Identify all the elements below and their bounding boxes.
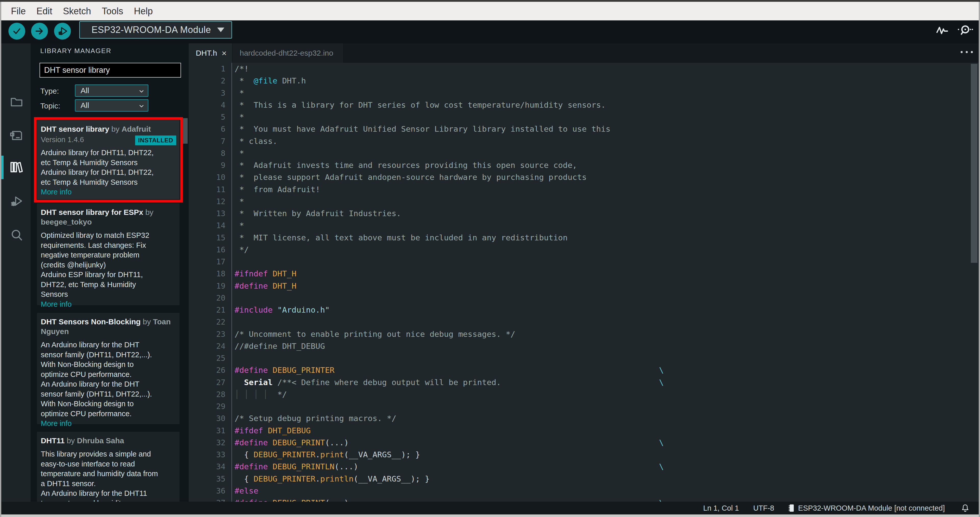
line-number: 12 (189, 195, 225, 207)
code-line: 33 { DEBUG_PRINTER.print(__VA_ARGS__); } (189, 448, 979, 461)
code-line: 28│ │ │ │ */ (189, 388, 979, 401)
code-line: 32#define DEBUG_PRINT(...)\ (189, 437, 979, 448)
line-number: 19 (189, 280, 225, 292)
line-number: 31 (189, 424, 225, 437)
menu-item-tools[interactable]: Tools (96, 2, 129, 21)
more-info-link[interactable]: More info (41, 418, 176, 428)
bug-play-icon (57, 26, 68, 37)
library-item-author: Dhruba Saha (77, 436, 124, 445)
menu-item-file[interactable]: File (6, 2, 31, 21)
line-number: 30 (189, 412, 225, 424)
code-line: 24//#define DHT_DEBUG (189, 340, 979, 352)
window-frame-bottom (0, 514, 980, 517)
code-line: 37#define DEBUG_PRINT(...)\ (189, 497, 979, 502)
menu-item-edit[interactable]: Edit (31, 2, 57, 21)
tab-hardcoded-dht22-esp32-ino[interactable]: hardcoded-dht22-esp32.ino (232, 43, 344, 63)
library-item-title: DHT sensor library for ESPx by beegee_to… (41, 207, 176, 227)
code-line: 1/*! (189, 63, 979, 75)
code-line: 25 (189, 352, 979, 364)
code-line: 26#define DEBUG_PRINTER\ (189, 364, 979, 376)
tab-label: DHT.h (189, 49, 221, 57)
menu-item-help[interactable]: Help (129, 2, 158, 21)
debug-sidebar-icon[interactable] (9, 194, 24, 209)
line-number: 9 (189, 159, 225, 171)
line-number: 3 (189, 87, 225, 99)
library-item[interactable]: DHT11 by Dhruba SahaThis library provide… (37, 432, 180, 502)
toolbar: ESP32-WROOM-DA Module (0, 21, 980, 43)
code-line: 12 * (189, 195, 979, 207)
code-line: 20 (189, 292, 979, 304)
serial-monitor-icon[interactable] (956, 24, 974, 37)
close-icon[interactable]: × (221, 48, 232, 58)
arrow-right-icon (34, 26, 45, 36)
code-line: 2 * @file DHT.h (189, 75, 979, 87)
more-info-link[interactable]: More info (41, 299, 176, 309)
board-selector-value: ESP32-WROOM-DA Module (80, 24, 211, 35)
line-continuation: \ (659, 437, 664, 448)
library-item[interactable]: DHT sensor library by AdafruitVersion 1.… (37, 120, 180, 199)
library-item-title: DHT Sensors Non-Blocking by Toan Nguyen (41, 317, 176, 336)
code-line: 36#else (189, 485, 979, 497)
library-manager-icon[interactable] (9, 160, 24, 174)
line-number: 21 (189, 304, 225, 316)
boards-manager-icon[interactable] (9, 128, 24, 143)
code-line: 8 * (189, 147, 979, 159)
code-editor[interactable]: 1/*!2 * @file DHT.h3 *4 * This is a libr… (189, 63, 979, 502)
line-number: 15 (189, 232, 225, 244)
list-scrollbar[interactable] (183, 118, 188, 144)
code-line: 11 * from Adafruit! (189, 184, 979, 195)
code-line: 30/* Setup debug printing macros. */ (189, 412, 979, 424)
code-line: 10 * please support Adafruit andopen-sou… (189, 171, 979, 183)
search-sidebar-icon[interactable] (9, 228, 24, 243)
line-number: 34 (189, 461, 225, 472)
code-line: 15 * MIT license, all text above must be… (189, 232, 979, 244)
library-item-description: An Arduino library for the DHTsensor fam… (41, 340, 176, 418)
status-bar: Ln 1, Col 1 UTF-8 ESP32-WROOM-DA Module … (0, 502, 980, 514)
code-line: 35 { DEBUG_PRINTER.println(__VA_ARGS__);… (189, 473, 979, 485)
tab-dht-h[interactable]: DHT.h× (189, 43, 232, 63)
line-number: 6 (189, 123, 225, 135)
code-line: 6 * You must have Adafruit Unified Senso… (189, 123, 979, 135)
bell-icon[interactable] (961, 503, 970, 513)
line-number: 22 (189, 316, 225, 328)
code-line: 3 * (189, 87, 979, 99)
code-line: 13 * Written by Adafruit Industries. (189, 207, 979, 219)
line-number: 18 (189, 268, 225, 280)
installed-badge: INSTALLED (135, 136, 176, 145)
menu-bar: FileEditSketchToolsHelp (0, 2, 980, 21)
board-selector-dropdown[interactable]: ESP32-WROOM-DA Module (79, 21, 232, 38)
editor-scrollbar[interactable] (971, 64, 977, 263)
cursor-position: Ln 1, Col 1 (703, 504, 739, 512)
code-line: 31#ifdef DHT_DEBUG (189, 424, 979, 437)
editor-tab-bar: DHT.h×hardcoded-dht22-esp32.ino (189, 43, 979, 63)
code-line: 18#ifndef DHT_H (189, 268, 979, 280)
upload-button[interactable] (31, 23, 48, 40)
serial-plotter-icon[interactable] (935, 24, 950, 36)
more-info-link[interactable]: More info (41, 187, 176, 197)
line-number: 1 (189, 63, 225, 75)
line-continuation: \ (659, 364, 664, 376)
library-item[interactable]: DHT sensor library for ESPx by beegee_to… (37, 203, 180, 305)
code-line: 27 Serial /**< Define where debug output… (189, 377, 979, 388)
code-line: 9 * Adafruit invests time and resources … (189, 159, 979, 171)
debug-button[interactable] (54, 23, 71, 40)
code-line: 23/* Uncomment to enable printing out ni… (189, 328, 979, 340)
verify-button[interactable] (8, 23, 25, 40)
library-item-title: DHT11 by Dhruba Saha (41, 436, 176, 445)
sketchbook-folder-icon[interactable] (9, 94, 24, 109)
activity-sidebar (1, 43, 30, 502)
library-item-description: Arduino library for DHT11, DHT22,etc Tem… (41, 148, 176, 187)
more-actions-icon[interactable] (961, 51, 973, 53)
window-frame-right (979, 2, 980, 517)
editor-area: DHT.h×hardcoded-dht22-esp32.ino 1/*!2 * … (189, 43, 979, 502)
library-item[interactable]: DHT Sensors Non-Blocking by Toan NguyenA… (37, 313, 180, 424)
line-number: 2 (189, 75, 225, 87)
library-item-title: DHT sensor library by Adafruit (41, 124, 176, 134)
library-results-list: DHT sensor library by AdafruitVersion 1.… (30, 43, 189, 502)
line-number: 13 (189, 207, 225, 219)
line-number: 10 (189, 171, 225, 183)
menu-item-sketch[interactable]: Sketch (57, 2, 96, 21)
line-number: 33 (189, 448, 225, 461)
code-line: 7 * class. (189, 135, 979, 147)
line-number: 25 (189, 352, 225, 364)
